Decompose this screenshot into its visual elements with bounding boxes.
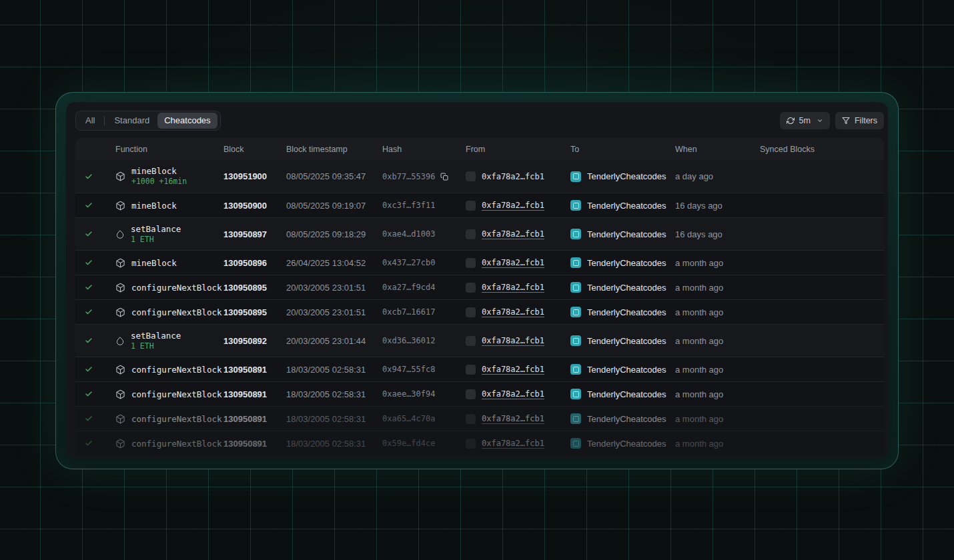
table-row[interactable]: configureNextBlock 130950895 20/03/2005 … bbox=[75, 275, 884, 299]
block-timestamp: 18/03/2005 02:58:31 bbox=[286, 414, 382, 424]
column-synced-blocks: Synced Blocks bbox=[760, 145, 884, 154]
block-number: 130950891 bbox=[223, 439, 286, 449]
table-body: mineBlock +1000 +16min 130951900 08/05/2… bbox=[75, 160, 884, 455]
to-contract-name: TenderlyCheatcodes bbox=[587, 336, 666, 346]
success-check-icon bbox=[85, 308, 93, 316]
refresh-interval-button[interactable]: 5m bbox=[780, 112, 830, 129]
transactions-panel: All Standard Cheatcodes 5m bbox=[55, 92, 899, 469]
from-avatar bbox=[466, 171, 476, 181]
when-text: a month ago bbox=[675, 365, 760, 375]
cube-icon bbox=[115, 414, 125, 424]
function-name: mineBlock bbox=[131, 166, 187, 176]
copy-icon[interactable] bbox=[440, 173, 448, 181]
from-address-link[interactable]: 0xfa78a2…fcb1 bbox=[482, 439, 544, 448]
from-avatar bbox=[466, 439, 476, 449]
block-timestamp: 20/03/2005 23:01:44 bbox=[286, 336, 382, 346]
refresh-icon[interactable] bbox=[787, 117, 795, 125]
block-timestamp: 08/05/2025 09:35:47 bbox=[286, 171, 382, 181]
cheatcode-contract-icon bbox=[570, 171, 581, 182]
block-number: 130950891 bbox=[223, 414, 286, 424]
tab-all[interactable]: All bbox=[79, 113, 101, 129]
tab-standard[interactable]: Standard bbox=[107, 113, 156, 129]
from-address-link[interactable]: 0xfa78a2…fcb1 bbox=[482, 258, 544, 267]
cheatcode-contract-icon bbox=[570, 389, 581, 399]
droplet-icon bbox=[115, 336, 125, 346]
table-row[interactable]: configureNextBlock 130950891 18/03/2005 … bbox=[75, 357, 884, 381]
when-text: a month ago bbox=[675, 336, 760, 346]
tab-divider bbox=[104, 116, 105, 125]
function-name: configureNextBlock bbox=[131, 414, 221, 424]
success-check-icon bbox=[85, 201, 93, 209]
table-row[interactable]: configureNextBlock 130950891 18/03/2005 … bbox=[75, 431, 884, 455]
transactions-table: Function Block Block timestamp Hash From… bbox=[75, 138, 884, 455]
from-avatar bbox=[466, 414, 476, 424]
function-name: setBalance bbox=[131, 331, 181, 341]
from-address-link[interactable]: 0xfa78a2…fcb1 bbox=[482, 229, 544, 239]
success-check-icon bbox=[85, 230, 93, 238]
filters-label: Filters bbox=[855, 116, 877, 125]
from-address-link[interactable]: 0xfa78a2…fcb1 bbox=[482, 389, 544, 399]
cheatcode-contract-icon bbox=[570, 335, 581, 346]
from-address-link[interactable]: 0xfa78a2…fcb1 bbox=[482, 336, 544, 345]
tx-hash: 0xae4…d1003 bbox=[382, 229, 435, 239]
cube-icon bbox=[115, 389, 125, 399]
table-row[interactable]: configureNextBlock 130950891 18/03/2005 … bbox=[75, 406, 884, 431]
function-name: configureNextBlock bbox=[131, 365, 221, 375]
when-text: a month ago bbox=[675, 389, 760, 399]
from-address-link[interactable]: 0xfa78a2…fcb1 bbox=[482, 365, 544, 374]
block-timestamp: 20/03/2005 23:01:51 bbox=[286, 307, 382, 317]
cheatcode-contract-icon bbox=[570, 282, 581, 293]
function-name: setBalance bbox=[131, 224, 181, 234]
from-avatar bbox=[466, 229, 476, 239]
from-address-link[interactable]: 0xfa78a2…fcb1 bbox=[482, 414, 544, 423]
function-name: mineBlock bbox=[131, 201, 177, 211]
function-name: configureNextBlock bbox=[131, 439, 221, 449]
from-address-link[interactable]: 0xfa78a2…fcb1 bbox=[482, 283, 544, 292]
to-contract-name: TenderlyCheatcodes bbox=[587, 439, 666, 449]
from-address-link[interactable]: 0xfa78a2…fcb1 bbox=[482, 201, 544, 210]
cube-icon bbox=[115, 171, 125, 181]
column-from: From bbox=[466, 145, 570, 154]
success-check-icon bbox=[85, 415, 93, 423]
cheatcode-contract-icon bbox=[570, 364, 581, 375]
column-hash: Hash bbox=[382, 145, 466, 154]
chevron-down-icon bbox=[817, 117, 823, 124]
table-row[interactable]: configureNextBlock 130950891 18/03/2005 … bbox=[75, 381, 884, 406]
column-block-timestamp: Block timestamp bbox=[286, 145, 382, 154]
table-row[interactable]: mineBlock 130950896 26/04/2025 13:04:52 … bbox=[75, 250, 884, 275]
block-timestamp: 20/03/2005 23:01:51 bbox=[286, 283, 382, 293]
cheatcode-contract-icon bbox=[570, 307, 581, 317]
transactions-card: All Standard Cheatcodes 5m bbox=[66, 102, 888, 458]
when-text: 16 days ago bbox=[675, 229, 760, 239]
table-row[interactable]: setBalance 1 ETH 130950892 20/03/2005 23… bbox=[75, 324, 884, 357]
table-row[interactable]: mineBlock 130950900 08/05/2025 09:19:07 … bbox=[75, 193, 884, 217]
from-avatar bbox=[466, 307, 476, 317]
success-check-icon bbox=[85, 365, 93, 373]
success-check-icon bbox=[85, 337, 93, 345]
success-check-icon bbox=[85, 439, 93, 447]
to-contract-name: TenderlyCheatcodes bbox=[587, 389, 666, 399]
column-block: Block bbox=[223, 145, 286, 154]
to-contract-name: TenderlyCheatcodes bbox=[587, 414, 666, 424]
block-timestamp: 26/04/2025 13:04:52 bbox=[286, 258, 382, 268]
to-contract-name: TenderlyCheatcodes bbox=[587, 171, 666, 181]
function-name: configureNextBlock bbox=[131, 389, 221, 399]
cheatcode-contract-icon bbox=[570, 413, 581, 424]
block-number: 130950891 bbox=[223, 365, 286, 375]
column-when: When bbox=[675, 145, 760, 154]
to-contract-name: TenderlyCheatcodes bbox=[587, 307, 666, 317]
table-row[interactable]: mineBlock +1000 +16min 130951900 08/05/2… bbox=[75, 160, 884, 193]
tx-hash: 0x437…27cb0 bbox=[382, 258, 435, 267]
filters-button[interactable]: Filters bbox=[835, 112, 884, 129]
when-text: a month ago bbox=[675, 258, 760, 268]
table-row[interactable]: setBalance 1 ETH 130950897 08/05/2025 09… bbox=[75, 217, 884, 250]
tab-cheatcodes[interactable]: Cheatcodes bbox=[157, 113, 217, 129]
tx-hash: 0xaee…30f94 bbox=[382, 389, 435, 399]
tx-hash: 0xa65…4c70a bbox=[382, 414, 435, 423]
from-address-link[interactable]: 0xfa78a2…fcb1 bbox=[482, 307, 544, 317]
from-address-link[interactable]: 0xfa78a2…fcb1 bbox=[482, 172, 544, 181]
table-header: Function Block Block timestamp Hash From… bbox=[75, 138, 884, 160]
table-row[interactable]: configureNextBlock 130950895 20/03/2005 … bbox=[75, 299, 884, 324]
cube-icon bbox=[115, 365, 125, 375]
to-contract-name: TenderlyCheatcodes bbox=[587, 258, 666, 268]
